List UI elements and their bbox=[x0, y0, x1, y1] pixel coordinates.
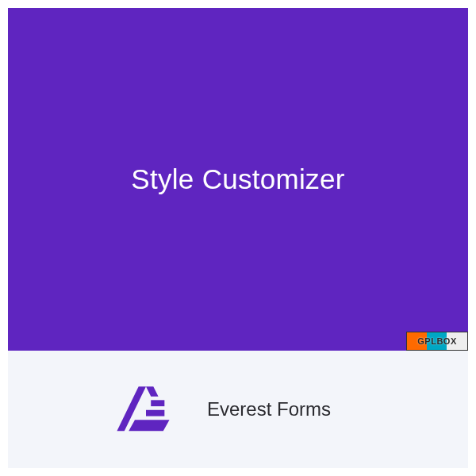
everest-forms-logo-icon bbox=[115, 382, 177, 437]
svg-marker-4 bbox=[129, 420, 169, 431]
brand-footer: Everest Forms bbox=[8, 351, 468, 468]
product-title: Style Customizer bbox=[131, 163, 344, 195]
product-card: Style Customizer GPLBOX Everest Forms bbox=[8, 8, 468, 468]
watermark-badge: GPLBOX bbox=[406, 332, 468, 351]
watermark-label: GPLBOX bbox=[417, 336, 456, 346]
svg-rect-3 bbox=[146, 410, 164, 416]
svg-rect-2 bbox=[151, 400, 164, 406]
hero-banner: Style Customizer GPLBOX bbox=[8, 8, 468, 351]
brand-name: Everest Forms bbox=[207, 398, 331, 420]
svg-marker-1 bbox=[146, 386, 159, 396]
